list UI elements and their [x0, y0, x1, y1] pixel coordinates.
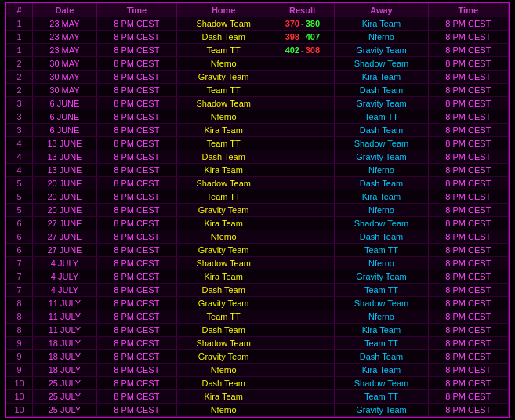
cell-away: Gravity Team [335, 44, 428, 57]
cell-num: 5 [6, 204, 33, 217]
cell-num: 5 [6, 177, 33, 190]
table-row: 1 23 MAY 8 PM CEST Shadow Team 370-380 K… [6, 17, 509, 31]
cell-away: Gravity Team [335, 150, 428, 164]
table-row: 3 6 JUNE 8 PM CEST Nferno Team TT 8 PM C… [6, 110, 509, 124]
cell-date: 18 JULY [33, 364, 97, 377]
cell-time-left: 8 PM CEST [96, 217, 176, 230]
cell-num: 9 [6, 337, 33, 350]
cell-result: 398-407 [270, 31, 335, 44]
cell-time-right: 8 PM CEST [428, 84, 508, 97]
cell-time-right: 8 PM CEST [428, 71, 508, 84]
cell-num: 1 [6, 44, 33, 57]
cell-away: Nferno [335, 31, 428, 44]
table-row: 7 4 JULY 8 PM CEST Shadow Team Nferno 8 … [6, 257, 509, 270]
cell-result: 370-380 [270, 17, 335, 31]
cell-time-right: 8 PM CEST [428, 324, 508, 337]
cell-time-right: 8 PM CEST [428, 390, 508, 404]
cell-home: Kira Team [177, 270, 270, 284]
cell-away: Team TT [335, 244, 428, 257]
cell-time-left: 8 PM CEST [96, 177, 176, 190]
cell-date: 27 JUNE [33, 244, 97, 257]
score-home: 370 [285, 19, 299, 28]
cell-num: 10 [6, 377, 33, 390]
table-row: 5 20 JUNE 8 PM CEST Gravity Team Nferno … [6, 204, 509, 217]
col-header-result: Result [270, 3, 335, 17]
cell-date: 30 MAY [33, 57, 97, 71]
cell-time-left: 8 PM CEST [96, 350, 176, 364]
cell-time-left: 8 PM CEST [96, 270, 176, 284]
cell-time-right: 8 PM CEST [428, 164, 508, 177]
cell-time-left: 8 PM CEST [96, 284, 176, 297]
cell-result [270, 337, 335, 350]
cell-time-left: 8 PM CEST [96, 204, 176, 217]
score-away: 380 [306, 19, 320, 28]
score-home: 402 [285, 45, 299, 55]
cell-date: 23 MAY [33, 17, 97, 31]
cell-date: 23 MAY [33, 31, 97, 44]
cell-result [270, 390, 335, 404]
cell-date: 20 JUNE [33, 190, 97, 204]
cell-num: 2 [6, 71, 33, 84]
cell-away: Nferno [335, 310, 428, 324]
cell-time-left: 8 PM CEST [96, 257, 176, 270]
cell-num: 3 [6, 97, 33, 110]
cell-home: Shadow Team [177, 17, 270, 31]
col-header-home: Home [177, 3, 270, 17]
table-row: 8 11 JULY 8 PM CEST Dash Team Kira Team … [6, 324, 509, 337]
cell-time-right: 8 PM CEST [428, 204, 508, 217]
cell-time-right: 8 PM CEST [428, 217, 508, 230]
cell-result [270, 284, 335, 297]
cell-num: 8 [6, 310, 33, 324]
cell-away: Kira Team [335, 71, 428, 84]
cell-result [270, 230, 335, 244]
cell-home: Team TT [177, 190, 270, 204]
cell-num: 2 [6, 84, 33, 97]
cell-num: 6 [6, 244, 33, 257]
cell-date: 13 JUNE [33, 150, 97, 164]
cell-time-left: 8 PM CEST [96, 404, 176, 417]
cell-date: 27 JUNE [33, 217, 97, 230]
cell-away: Gravity Team [335, 404, 428, 417]
cell-date: 4 JULY [33, 257, 97, 270]
cell-result [270, 257, 335, 270]
table-row: 10 25 JULY 8 PM CEST Nferno Gravity Team… [6, 404, 509, 417]
cell-time-right: 8 PM CEST [428, 177, 508, 190]
cell-result: 402-308 [270, 44, 335, 57]
cell-time-left: 8 PM CEST [96, 297, 176, 310]
cell-time-left: 8 PM CEST [96, 377, 176, 390]
cell-date: 11 JULY [33, 324, 97, 337]
cell-result [270, 190, 335, 204]
cell-result [270, 364, 335, 377]
table-row: 9 18 JULY 8 PM CEST Nferno Kira Team 8 P… [6, 364, 509, 377]
cell-home: Dash Team [177, 150, 270, 164]
cell-home: Kira Team [177, 164, 270, 177]
table-row: 7 4 JULY 8 PM CEST Dash Team Team TT 8 P… [6, 284, 509, 297]
cell-time-left: 8 PM CEST [96, 364, 176, 377]
cell-time-right: 8 PM CEST [428, 57, 508, 71]
cell-result [270, 177, 335, 190]
table-row: 9 18 JULY 8 PM CEST Gravity Team Dash Te… [6, 350, 509, 364]
cell-home: Team TT [177, 84, 270, 97]
cell-num: 7 [6, 270, 33, 284]
cell-away: Gravity Team [335, 270, 428, 284]
table-row: 8 11 JULY 8 PM CEST Gravity Team Shadow … [6, 297, 509, 310]
col-header-date: Date [33, 3, 97, 17]
cell-num: 9 [6, 350, 33, 364]
cell-time-right: 8 PM CEST [428, 244, 508, 257]
cell-time-left: 8 PM CEST [96, 230, 176, 244]
table-row: 5 20 JUNE 8 PM CEST Team TT Kira Team 8 … [6, 190, 509, 204]
cell-date: 30 MAY [33, 84, 97, 97]
cell-away: Kira Team [335, 17, 428, 31]
cell-time-right: 8 PM CEST [428, 297, 508, 310]
cell-home: Shadow Team [177, 257, 270, 270]
cell-time-left: 8 PM CEST [96, 57, 176, 71]
cell-num: 3 [6, 124, 33, 137]
cell-home: Nferno [177, 364, 270, 377]
table-row: 1 23 MAY 8 PM CEST Dash Team 398-407 Nfe… [6, 31, 509, 44]
cell-date: 11 JULY [33, 297, 97, 310]
cell-date: 11 JULY [33, 310, 97, 324]
cell-home: Shadow Team [177, 177, 270, 190]
cell-result [270, 377, 335, 390]
cell-date: 18 JULY [33, 350, 97, 364]
cell-result [270, 124, 335, 137]
